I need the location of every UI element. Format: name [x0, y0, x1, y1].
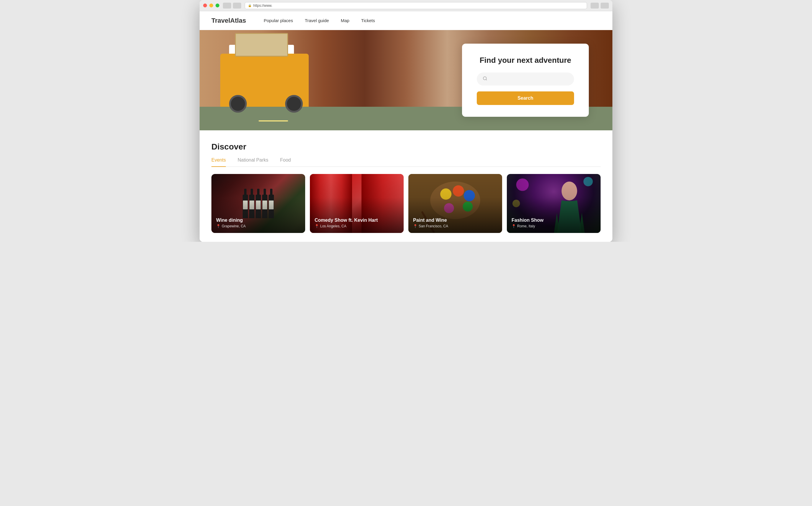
- logo-travel: Travel: [211, 17, 230, 24]
- card-wine-content: Wine dining 📍 Grapewine, CA: [211, 213, 305, 233]
- events-grid: Wine dining 📍 Grapewine, CA: [211, 174, 601, 233]
- forward-icon: [233, 3, 241, 9]
- card-fashion-show[interactable]: Fashion Show 📍 Rome, Italy: [507, 174, 601, 233]
- back-icon: [223, 3, 231, 9]
- van-wheel-right: [285, 95, 303, 113]
- titlebar: 🔒 https://www.: [200, 0, 612, 11]
- nav-item-guide[interactable]: Travel guide: [305, 18, 329, 23]
- card-fashion-location: 📍 Rome, Italy: [512, 224, 596, 228]
- url-text: https://www.: [253, 4, 272, 8]
- tabs-icon: [601, 3, 609, 9]
- navbar: TravelAtlas Popular places Travel guide …: [200, 11, 612, 30]
- maximize-button[interactable]: [215, 4, 219, 7]
- card-wine-dining[interactable]: Wine dining 📍 Grapewine, CA: [211, 174, 305, 233]
- van-wheel-left: [229, 95, 247, 113]
- card-wine-location: 📍 Grapewine, CA: [216, 224, 300, 228]
- nav-item-tickets[interactable]: Tickets: [361, 18, 375, 23]
- window-controls: [203, 4, 219, 7]
- hero-title: Find your next adventure: [477, 56, 574, 66]
- card-paint-content: Paint and Wine 📍 San Francisco, CA: [409, 213, 502, 233]
- card-comedy-title: Comedy Show ft. Kevin Hart: [314, 218, 399, 223]
- location-pin-icon: 📍: [413, 224, 418, 228]
- svg-point-0: [483, 77, 486, 80]
- address-bar[interactable]: 🔒 https://www.: [245, 2, 587, 9]
- search-icon: [483, 76, 487, 82]
- card-paint-title: Paint and Wine: [413, 218, 498, 223]
- discover-tabs: Events National Parks Food: [211, 158, 601, 167]
- discover-section: Discover Events National Parks Food: [200, 130, 612, 242]
- nav-link-map[interactable]: Map: [341, 18, 349, 23]
- browser-right-icons: [591, 3, 609, 9]
- close-button[interactable]: [203, 4, 207, 7]
- card-wine-title: Wine dining: [216, 218, 300, 223]
- minimize-button[interactable]: [209, 4, 213, 7]
- card-comedy-content: Comedy Show ft. Kevin Hart 📍 Los Angeles…: [310, 213, 403, 233]
- hero-van: [211, 36, 338, 124]
- logo-atlas: Atlas: [230, 17, 246, 24]
- nav-links: Popular places Travel guide Map Tickets: [264, 18, 375, 23]
- search-input[interactable]: [490, 77, 568, 81]
- van-window: [235, 33, 288, 57]
- nav-link-popular[interactable]: Popular places: [264, 18, 293, 23]
- search-box[interactable]: [477, 73, 574, 86]
- nav-item-map[interactable]: Map: [341, 18, 349, 23]
- nav-link-tickets[interactable]: Tickets: [361, 18, 375, 23]
- browser-nav-icons: [223, 3, 241, 9]
- tab-events[interactable]: Events: [211, 158, 226, 167]
- hero-search-card: Find your next adventure Search: [462, 44, 589, 117]
- hero-section: Find your next adventure Search: [200, 30, 612, 130]
- app-content: TravelAtlas Popular places Travel guide …: [200, 11, 612, 242]
- card-fashion-content: Fashion Show 📍 Rome, Italy: [507, 213, 601, 233]
- location-pin-icon: 📍: [216, 224, 220, 228]
- tab-food[interactable]: Food: [280, 158, 291, 167]
- nav-item-popular[interactable]: Popular places: [264, 18, 293, 23]
- card-comedy-location: 📍 Los Angeles, CA: [314, 224, 399, 228]
- tab-national-parks[interactable]: National Parks: [238, 158, 268, 167]
- discover-title: Discover: [211, 142, 601, 152]
- logo[interactable]: TravelAtlas: [211, 17, 246, 24]
- share-icon: [591, 3, 599, 9]
- nav-link-guide[interactable]: Travel guide: [305, 18, 329, 23]
- card-paint-location: 📍 San Francisco, CA: [413, 224, 498, 228]
- location-pin-icon: 📍: [512, 224, 516, 228]
- lock-icon: 🔒: [248, 4, 252, 7]
- search-button[interactable]: Search: [477, 91, 574, 105]
- mac-window: 🔒 https://www. TravelAtlas Popular place…: [200, 0, 612, 242]
- location-pin-icon: 📍: [314, 224, 319, 228]
- card-fashion-title: Fashion Show: [512, 218, 596, 223]
- card-comedy-show[interactable]: Comedy Show ft. Kevin Hart 📍 Los Angeles…: [310, 174, 403, 233]
- card-paint-wine[interactable]: Paint and Wine 📍 San Francisco, CA: [409, 174, 502, 233]
